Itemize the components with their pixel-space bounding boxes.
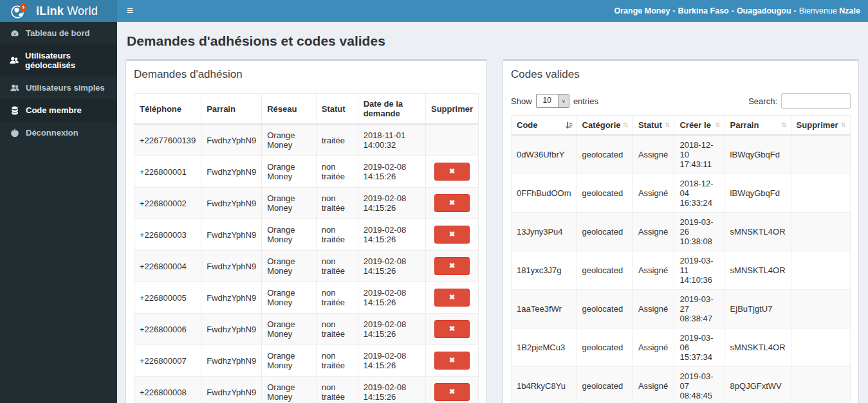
col-header-supprimer[interactable]: Supprimer⇅ [791,116,850,136]
col-header-creer-le[interactable]: Créer le⇅ [674,116,725,136]
table-cell: Assigné [633,213,674,251]
table-cell: EjBuTjgtU7 [725,290,791,328]
table-row: +226800006FwdhzYphN9Orange Moneynon trai… [134,314,479,345]
entries-select-value: 10 [537,94,558,107]
table-row: +226800001FwdhzYphN9Orange Moneynon trai… [134,156,479,188]
sort-icon: ⇅ [623,121,629,129]
table-cell: 8pQJGFxtWV [725,367,791,403]
table-cell: FwdhzYphN9 [201,219,262,251]
user-bar: Orange Money-Burkina Faso-Ouagadougou-Bi… [614,6,868,15]
table-cell: FwdhzYphN9 [201,124,262,156]
delete-cell: ✖ [425,251,478,282]
length-menu: Show 10 ∨ entries [511,94,598,108]
table-cell: Orange Money [262,156,317,188]
sidebar-item-tableau-de-bord[interactable]: Tableau de bord [0,22,117,44]
user-bar-country: Burkina Faso [678,6,729,15]
tachometer-icon [10,29,19,38]
table-cell: Orange Money [262,377,317,403]
table-row: +22677600139FwdhzYphN9Orange Moneytraité… [134,124,479,156]
table-row: +226800008FwdhzYphN9Orange Moneynon trai… [134,377,479,403]
table-cell: 2019-02-08 14:15:26 [358,219,425,251]
delete-button[interactable]: ✖ [434,194,470,211]
delete-button[interactable]: ✖ [434,226,470,243]
table-cell: Orange Money [262,188,317,219]
table-cell: 2019-03-11 14:10:36 [674,251,725,290]
table-cell [791,213,850,251]
delete-cell: ✖ [425,188,478,219]
delete-button[interactable]: ✖ [434,352,470,369]
table-header-row: Téléphone Parrain Réseau Statut Date de … [134,94,479,125]
col-header-telephone: Téléphone [134,94,201,125]
table-cell: 2019-03-26 10:38:08 [674,213,725,251]
col-header-statut[interactable]: Statut⇅ [633,116,674,136]
brand-logo[interactable]: $ iLink World [0,0,117,22]
panel-title: Demandes d'adhésion [126,61,486,87]
sidebar-item-code-membre[interactable]: Code membre [0,99,117,121]
sidebar-item-label: Utilisateurs géolocalisés [25,51,107,70]
table-cell: non traitée [316,251,358,282]
table-cell: non traitée [316,219,358,251]
table-cell: sMNSKTL4OR [725,251,791,290]
hamburger-icon[interactable]: ≡ [117,0,143,22]
delete-cell: ✖ [425,156,478,188]
table-row: +226800002FwdhzYphN9Orange Moneynon trai… [134,188,479,219]
sidebar-item-label: Tableau de bord [26,28,89,38]
col-header-parrain: Parrain [201,94,262,125]
user-bar-greeting: Bienvenue [799,6,837,15]
col-header-code[interactable]: Code [512,116,577,136]
table-cell [791,135,850,174]
table-cell: Orange Money [262,219,317,251]
delete-button[interactable]: ✖ [434,383,470,400]
search-input[interactable] [781,93,851,109]
table-cell: 2019-03-27 08:38:47 [674,290,725,328]
table-cell: non traitée [316,156,358,188]
table-cell: traitée [316,124,358,156]
table-row: +226800003FwdhzYphN9Orange Moneynon trai… [134,219,479,251]
col-header-statut: Statut [316,94,358,125]
table-cell: non traitée [316,282,358,314]
col-header-categorie[interactable]: Catégorie⇅ [577,116,633,136]
sidebar-item-label: Déconnexion [26,128,78,138]
power-icon [10,129,19,138]
table-cell: +22677600139 [134,124,201,156]
table-cell: 2019-02-08 14:15:26 [358,156,425,188]
table-row: 1aaTee3fWrgeolocatedAssigné2019-03-27 08… [512,290,851,328]
col-header-parrain[interactable]: Parrain⇅ [725,116,791,136]
brand-text: iLink World [36,4,98,18]
delete-button[interactable]: ✖ [434,163,470,180]
sidebar-item-utilisateurs-simples[interactable]: Utilisateurs simples [0,76,117,99]
table-cell: FwdhzYphN9 [201,156,262,188]
delete-button[interactable]: ✖ [434,320,470,337]
delete-button[interactable]: ✖ [434,257,470,274]
sidebar-item-utilisateurs-geolocalises[interactable]: Utilisateurs géolocalisés [0,44,117,76]
table-cell: 2019-02-08 14:15:26 [358,282,425,314]
table-cell: sMNSKTL4OR [725,213,791,251]
table-cell: 2019-03-07 08:48:45 [674,367,725,403]
table-cell: FwdhzYphN9 [201,314,262,345]
table-cell: FwdhzYphN9 [201,345,262,377]
demandes-table: Téléphone Parrain Réseau Statut Date de … [134,93,479,403]
users-icon [10,84,19,93]
table-cell: Assigné [633,328,674,367]
panel-title: Codes valides [503,61,858,87]
table-cell: geolocated [577,135,633,174]
table-cell [791,290,850,328]
col-header-reseau: Réseau [262,94,317,125]
table-cell: 2019-02-08 14:15:26 [358,188,425,219]
table-cell: lBWqyGbqFd [725,174,791,213]
table-cell: geolocated [577,251,633,290]
entries-select[interactable]: 10 ∨ [536,94,569,108]
table-cell: Assigné [633,251,674,290]
table-cell: +226800003 [134,219,201,251]
col-header-date: Date de la demande [358,94,425,125]
table-cell: 2018-12-10 17:43:11 [674,135,725,174]
table-cell: Assigné [633,290,674,328]
table-cell: non traitée [316,345,358,377]
col-header-supprimer: Supprimer [425,94,478,125]
sidebar-item-deconnexion[interactable]: Déconnexion [0,121,117,144]
delete-cell: ✖ [425,219,478,251]
table-cell: Assigné [633,367,674,403]
table-cell [791,174,850,213]
delete-button[interactable]: ✖ [434,289,470,306]
demandes-adhesion-panel: Demandes d'adhésion Téléphone Parrain Ré… [125,59,487,403]
